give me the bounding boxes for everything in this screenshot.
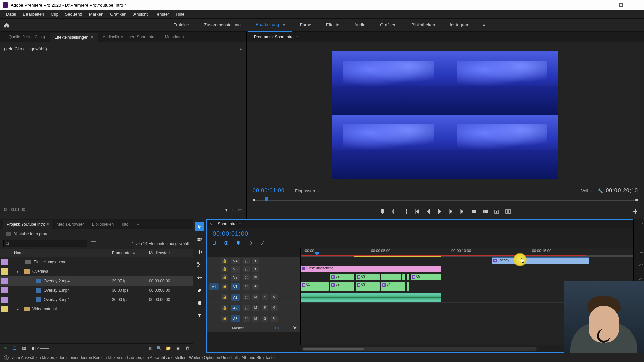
label-color[interactable] bbox=[1, 259, 8, 265]
timeline-clip[interactable] bbox=[407, 274, 409, 280]
master-volume[interactable]: 0,0 bbox=[275, 326, 280, 330]
timeline-clip[interactable] bbox=[381, 274, 401, 280]
mute-button[interactable]: M bbox=[252, 305, 259, 311]
workspace-menu-icon[interactable]: ≡ bbox=[282, 22, 285, 27]
new-item-icon[interactable]: ▣ bbox=[175, 346, 180, 351]
track-header-v3[interactable]: 🔒 V3 ⬚ 👁 bbox=[207, 265, 300, 273]
lock-icon[interactable]: 🔒 bbox=[221, 266, 228, 272]
export-frame-button[interactable] bbox=[494, 209, 499, 215]
solo-button[interactable]: S bbox=[262, 305, 268, 311]
menu-hilfe[interactable]: Hilfe bbox=[172, 10, 188, 18]
list-item[interactable]: Einstellungsebene bbox=[0, 257, 193, 267]
slip-tool[interactable] bbox=[195, 273, 204, 282]
settings-wrench-icon[interactable]: 🔧 bbox=[598, 188, 603, 193]
menu-ansicht[interactable]: Ansicht bbox=[130, 10, 151, 18]
menu-grafiken[interactable]: Grafiken bbox=[107, 10, 130, 18]
close-button[interactable] bbox=[629, 0, 644, 10]
menu-bearbeiten[interactable]: Bearbeiten bbox=[19, 10, 47, 18]
delete-icon[interactable]: 🗑 bbox=[184, 346, 190, 351]
tab-projekt[interactable]: Projekt: Youtube Intro ≡ bbox=[3, 220, 52, 229]
playhead[interactable] bbox=[317, 248, 317, 345]
col-medienstart[interactable]: Medienstart bbox=[149, 251, 193, 255]
automate-icon[interactable]: ▥ bbox=[147, 346, 152, 351]
list-view-icon[interactable]: ☰ bbox=[12, 346, 17, 351]
sync-lock-icon[interactable]: ⬚ bbox=[243, 284, 250, 290]
lock-icon[interactable]: 🔒 bbox=[221, 305, 228, 311]
list-item[interactable]: Overlay 1.mp4 30,00 fps 00:00:00:00 bbox=[0, 286, 193, 295]
timeline-clip[interactable] bbox=[402, 274, 405, 280]
tab-media-browser[interactable]: Media-Browser bbox=[53, 220, 87, 229]
workspace-farbe[interactable]: Farbe bbox=[292, 19, 319, 32]
workspace-audio[interactable]: Audio bbox=[347, 19, 373, 32]
tab-info[interactable]: Info bbox=[118, 220, 132, 229]
menu-marken[interactable]: Marken bbox=[86, 10, 107, 18]
timeline-clip[interactable]: fx03 bbox=[356, 274, 380, 280]
tab-programm[interactable]: Programm: Sport Intro ≡ bbox=[251, 33, 302, 41]
mark-out-button[interactable] bbox=[403, 209, 408, 215]
lock-icon[interactable]: 🔒 bbox=[221, 274, 228, 280]
edit-icon[interactable]: ✎ bbox=[3, 346, 8, 351]
overwrite-icon[interactable]: ▭ bbox=[238, 207, 242, 213]
panel-menu-icon[interactable]: ≡ bbox=[296, 35, 298, 39]
workspace-zusammenstellung[interactable]: Zusammenstellung bbox=[197, 19, 248, 32]
track-header-v4[interactable]: 🔒 V4 ⬚ 👁 bbox=[207, 257, 300, 265]
label-color[interactable] bbox=[1, 297, 8, 303]
button-editor-icon[interactable] bbox=[633, 209, 638, 215]
timeline-settings-icon[interactable] bbox=[248, 241, 253, 246]
timeline-clip[interactable] bbox=[407, 282, 409, 291]
lock-icon[interactable]: 🔒 bbox=[221, 284, 228, 290]
track-header-master[interactable]: Master 0,0 ⮞ bbox=[207, 324, 300, 332]
workspace-effekte[interactable]: Effekte bbox=[319, 19, 347, 32]
expand-arrow-icon[interactable]: ▸ bbox=[240, 46, 242, 51]
sync-lock-icon[interactable]: ⬚ bbox=[243, 274, 250, 280]
type-tool[interactable] bbox=[195, 311, 204, 320]
timeline-clip[interactable]: fx03 bbox=[356, 282, 380, 291]
program-scrubber[interactable] bbox=[247, 196, 644, 205]
sync-lock-icon[interactable]: ⬚ bbox=[243, 316, 250, 322]
maximize-button[interactable] bbox=[613, 0, 629, 10]
col-name[interactable]: Name bbox=[9, 251, 112, 255]
workspace-grafiken[interactable]: Grafiken bbox=[373, 19, 404, 32]
icon-view-icon[interactable]: ▦ bbox=[21, 346, 27, 351]
menu-datei[interactable]: Datei bbox=[3, 10, 19, 18]
step-back-button[interactable] bbox=[426, 209, 431, 215]
insert-icon[interactable]: ▹ bbox=[232, 207, 234, 213]
ripple-edit-tool[interactable] bbox=[195, 247, 204, 257]
list-item[interactable]: ▸ Videomaterial bbox=[0, 304, 193, 314]
fit-dropdown[interactable]: Einpassen⌄ bbox=[295, 188, 322, 193]
program-monitor-video[interactable] bbox=[332, 51, 558, 179]
lock-icon[interactable]: 🔒 bbox=[221, 294, 228, 300]
label-color[interactable] bbox=[1, 287, 8, 293]
timeline-zoom-scrollbar[interactable] bbox=[302, 347, 537, 351]
mute-button[interactable]: M bbox=[252, 316, 259, 322]
timeline-clip[interactable]: fx02 bbox=[330, 274, 354, 280]
panel-menu-icon[interactable]: ≡ bbox=[91, 35, 93, 40]
workspace-bibliotheken[interactable]: Bibliotheken bbox=[404, 19, 442, 32]
filter-icon[interactable]: ▾ bbox=[225, 207, 228, 213]
eye-icon[interactable]: 👁 bbox=[252, 284, 259, 290]
record-icon[interactable]: 🎙 bbox=[271, 316, 278, 322]
wrench-icon[interactable] bbox=[260, 241, 265, 246]
tab-bibliotheken[interactable]: Bibliotheken bbox=[89, 220, 117, 229]
eye-icon[interactable]: 👁 bbox=[252, 274, 259, 280]
linked-selection-icon[interactable] bbox=[224, 241, 229, 246]
timeline-clip[interactable]: fx01 bbox=[301, 282, 329, 291]
timeline-clip[interactable]: fx02 bbox=[330, 282, 354, 291]
eye-icon[interactable]: 👁 bbox=[252, 258, 259, 264]
track-header-v1[interactable]: V1 🔒 V1 ⬚ 👁 bbox=[207, 281, 300, 292]
twirl-right-icon[interactable]: ▸ bbox=[15, 307, 20, 311]
project-list[interactable]: Einstellungsebene ▾ Overlays Overlay 2.m… bbox=[0, 257, 193, 343]
selection-tool[interactable] bbox=[195, 222, 204, 231]
list-item[interactable]: Overlay 2.mp4 29,97 fps 00:00:00:00 bbox=[0, 276, 193, 286]
track-select-tool[interactable] bbox=[195, 235, 204, 244]
sync-lock-icon[interactable]: ⬚ bbox=[243, 294, 250, 300]
sync-lock-icon[interactable]: ⬚ bbox=[243, 305, 250, 311]
list-item[interactable]: Overlay 3.mp4 30,00 fps 00:00:00:00 bbox=[0, 295, 193, 304]
lock-icon[interactable]: 🔒 bbox=[221, 258, 228, 264]
step-forward-button[interactable] bbox=[448, 209, 454, 215]
eye-icon[interactable]: 👁 bbox=[252, 266, 259, 272]
extract-button[interactable] bbox=[483, 209, 488, 215]
track-header-a2[interactable]: 🔒 A2 ⬚ M S 🎙 bbox=[207, 303, 300, 313]
record-icon[interactable]: 🎙 bbox=[271, 305, 278, 311]
track-header-a3[interactable]: 🔒 A3 ⬚ M S 🎙 bbox=[207, 313, 300, 324]
